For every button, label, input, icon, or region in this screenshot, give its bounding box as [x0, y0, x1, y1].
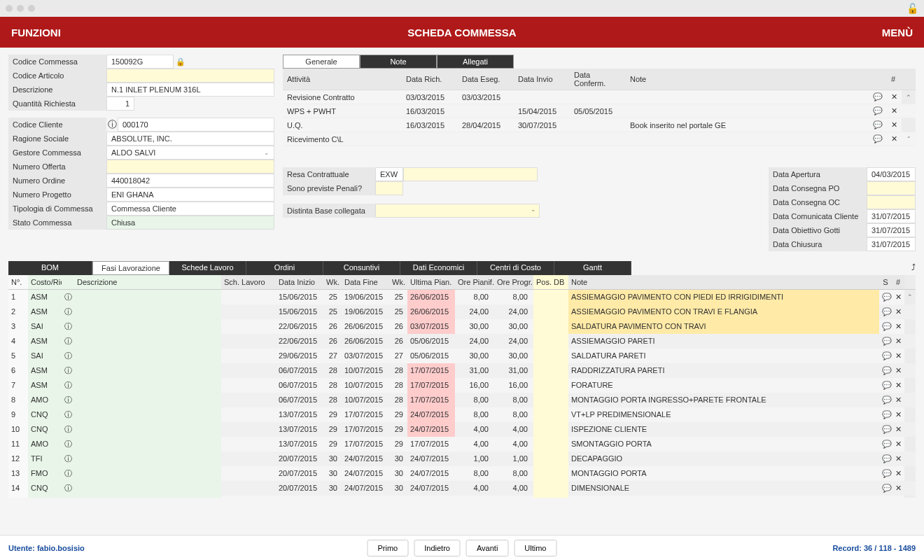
menu-button[interactable]: MENÙ — [882, 27, 913, 38]
info-icon[interactable]: ⓘ — [62, 466, 74, 481]
close-icon[interactable]: ✕ — [892, 319, 904, 334]
avanti-button[interactable]: Avanti — [466, 540, 508, 556]
scroll-indicator[interactable] — [904, 422, 916, 437]
close-icon[interactable]: ✕ — [892, 304, 904, 319]
scroll-indicator[interactable] — [904, 378, 916, 393]
input-codice-commessa[interactable]: 150092G — [106, 55, 174, 69]
scroll-indicator[interactable] — [904, 393, 916, 407]
tab-note[interactable]: Note — [360, 55, 437, 69]
close-icon[interactable]: ✕ — [892, 349, 904, 363]
input-data-comunicata[interactable]: 31/07/2015 — [867, 209, 916, 223]
input-descrizione[interactable]: N.1 INLET PLENUM 316L — [106, 83, 274, 97]
select-distinta[interactable]: ⌄ — [375, 204, 540, 218]
scroll-indicator[interactable] — [902, 118, 916, 132]
phase-row[interactable]: 14 CNQ ⓘ 20/07/2015 30 24/07/2015 30 24/… — [8, 481, 916, 496]
input-quantita[interactable]: 1 — [106, 97, 134, 111]
phase-row[interactable]: 9 CNQ ⓘ 13/07/2015 29 17/07/2015 29 24/0… — [8, 407, 916, 422]
close-icon[interactable]: ✕ — [887, 118, 902, 132]
phase-row[interactable]: 5 SAI ⓘ 29/06/2015 27 03/07/2015 27 05/0… — [8, 349, 916, 363]
comment-icon[interactable]: 💬 — [869, 132, 887, 146]
comment-icon[interactable]: 💬 — [879, 289, 892, 304]
comment-icon[interactable]: 💬 — [879, 334, 892, 349]
scroll-indicator[interactable] — [904, 319, 916, 334]
phase-row[interactable]: 12 TFI ⓘ 20/07/2015 30 24/07/2015 30 24/… — [8, 451, 916, 466]
info-icon[interactable]: ⓘ — [106, 118, 118, 131]
close-icon[interactable]: ✕ — [887, 104, 902, 118]
comment-icon[interactable]: 💬 — [869, 104, 887, 118]
close-icon[interactable]: ✕ — [892, 481, 904, 496]
info-icon[interactable]: ⓘ — [62, 289, 74, 304]
input-numero-offerta[interactable] — [106, 160, 274, 174]
input-data-consegna-oc[interactable] — [867, 195, 916, 209]
info-icon[interactable]: ⓘ — [62, 304, 74, 319]
phase-row[interactable]: 13 FMO ⓘ 20/07/2015 30 24/07/2015 30 24/… — [8, 466, 916, 481]
comment-icon[interactable]: 💬 — [879, 451, 892, 466]
input-data-consegna-po[interactable] — [867, 181, 916, 195]
close-icon[interactable]: ✕ — [892, 289, 904, 304]
tab-fasi[interactable]: Fasi Lavorazione — [92, 261, 169, 275]
tab-schede[interactable]: Schede Lavoro — [169, 261, 246, 275]
comment-icon[interactable]: 💬 — [879, 496, 892, 498]
close-icon[interactable]: ✕ — [892, 363, 904, 378]
activity-row[interactable]: U.Q. 16/03/2015 28/04/2015 30/07/2015 Bo… — [283, 118, 916, 132]
lock-icon[interactable]: 🔒 — [174, 57, 188, 66]
scroll-indicator[interactable]: ˅ — [904, 496, 916, 498]
close-icon[interactable]: ✕ — [892, 496, 904, 498]
tab-centri[interactable]: Centri di Costo — [477, 261, 554, 275]
comment-icon[interactable]: 💬 — [869, 90, 887, 104]
close-icon[interactable]: ✕ — [892, 466, 904, 481]
close-icon[interactable]: ✕ — [892, 407, 904, 422]
comment-icon[interactable]: 💬 — [879, 437, 892, 451]
scroll-indicator[interactable]: ˅ — [902, 132, 916, 146]
comment-icon[interactable]: 💬 — [879, 304, 892, 319]
input-data-chiusura[interactable]: 31/07/2015 — [867, 237, 916, 251]
phase-row[interactable]: 15 CNQ ⓘ 27/07/2015 31 31/07/2015 31 31/… — [8, 496, 916, 498]
funzioni-button[interactable]: FUNZIONI — [11, 27, 61, 38]
input-codice-cliente[interactable]: 000170 — [118, 118, 274, 132]
phase-row[interactable]: 3 SAI ⓘ 22/06/2015 26 26/06/2015 26 03/0… — [8, 319, 916, 334]
info-icon[interactable]: ⓘ — [62, 451, 74, 466]
info-icon[interactable]: ⓘ — [62, 422, 74, 437]
input-tipologia[interactable]: Commessa Cliente — [106, 202, 274, 216]
scroll-indicator[interactable] — [904, 349, 916, 363]
select-gestore[interactable]: ALDO SALVI⌄ — [106, 146, 274, 160]
activity-row[interactable]: Revisione Contratto 03/03/2015 03/03/201… — [283, 90, 916, 104]
scroll-indicator[interactable] — [904, 466, 916, 481]
tab-dati-economici[interactable]: Dati Economici — [400, 261, 477, 275]
phase-row[interactable]: 7 ASM ⓘ 06/07/2015 28 10/07/2015 28 17/0… — [8, 378, 916, 393]
tab-consuntivi[interactable]: Consuntivi — [323, 261, 400, 275]
info-icon[interactable]: ⓘ — [62, 393, 74, 407]
tab-allegati[interactable]: Allegati — [437, 55, 514, 69]
comment-icon[interactable]: 💬 — [879, 363, 892, 378]
input-codice-articolo[interactable] — [106, 69, 274, 83]
phase-row[interactable]: 6 ASM ⓘ 06/07/2015 28 10/07/2015 28 17/0… — [8, 363, 916, 378]
primo-button[interactable]: Primo — [368, 540, 409, 556]
phase-row[interactable]: 10 CNQ ⓘ 13/07/2015 29 17/07/2015 29 24/… — [8, 422, 916, 437]
close-icon[interactable]: ✕ — [892, 393, 904, 407]
comment-icon[interactable]: 💬 — [879, 319, 892, 334]
info-icon[interactable]: ⓘ — [62, 349, 74, 363]
scroll-indicator[interactable] — [904, 407, 916, 422]
info-icon[interactable]: ⓘ — [62, 319, 74, 334]
phase-row[interactable]: 1 ASM ⓘ 15/06/2015 25 19/06/2015 25 26/0… — [8, 289, 916, 304]
comment-icon[interactable]: 💬 — [869, 118, 887, 132]
activity-row[interactable]: WPS + PWHT 16/03/2015 15/04/2015 05/05/2… — [283, 104, 916, 118]
comment-icon[interactable]: 💬 — [879, 481, 892, 496]
input-numero-ordine[interactable]: 440018042 — [106, 174, 274, 188]
input-ragione-sociale[interactable]: ABSOLUTE, INC. — [106, 132, 274, 146]
info-icon[interactable]: ⓘ — [62, 407, 74, 422]
close-icon[interactable]: ✕ — [892, 334, 904, 349]
input-stato[interactable]: Chiusa — [106, 216, 274, 230]
input-numero-progetto[interactable]: ENI GHANA — [106, 188, 274, 202]
info-icon[interactable]: ⓘ — [62, 334, 74, 349]
close-icon[interactable]: ✕ — [892, 422, 904, 437]
scroll-indicator[interactable] — [904, 451, 916, 466]
close-icon[interactable]: ✕ — [887, 132, 902, 146]
unlock-icon[interactable]: 🔓 — [906, 3, 918, 14]
input-resa[interactable]: EXW — [375, 167, 403, 181]
phase-row[interactable]: 4 ASM ⓘ 22/06/2015 26 26/06/2015 26 05/0… — [8, 334, 916, 349]
comment-icon[interactable]: 💬 — [879, 407, 892, 422]
close-icon[interactable]: ✕ — [892, 437, 904, 451]
info-icon[interactable]: ⓘ — [62, 481, 74, 496]
comment-icon[interactable]: 💬 — [879, 393, 892, 407]
